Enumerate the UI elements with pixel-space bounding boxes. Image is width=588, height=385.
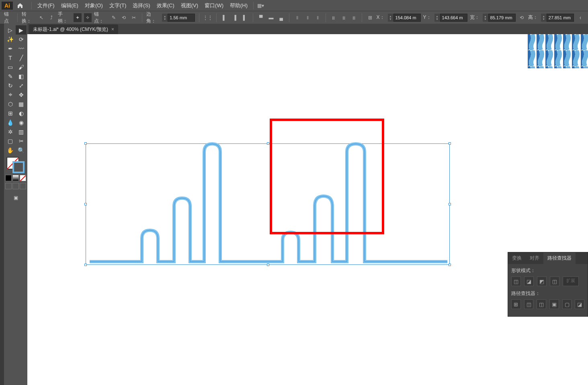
dist-h2-icon[interactable]: ⫴: [303, 13, 311, 22]
curvature-tool[interactable]: 〰: [16, 44, 27, 53]
link-wh-icon[interactable]: ⟲: [518, 13, 526, 22]
align-bottom-icon[interactable]: ▄: [277, 13, 285, 22]
fill-stroke-swatch[interactable]: [6, 157, 25, 173]
brush-tool[interactable]: 🖌: [16, 62, 27, 72]
shape-builder-tool[interactable]: ⬡: [5, 99, 16, 109]
draw-inside-icon[interactable]: [20, 183, 26, 189]
align-left-icon[interactable]: ▌: [221, 13, 228, 22]
w-input[interactable]: [488, 14, 516, 22]
unite-icon[interactable]: ◫: [511, 276, 521, 286]
align-hcenter-icon[interactable]: ▐: [231, 13, 238, 22]
transform-ref-icon[interactable]: ⊞: [366, 13, 374, 22]
y-input[interactable]: [440, 14, 467, 22]
home-icon[interactable]: [15, 1, 25, 10]
align-vcenter-icon[interactable]: ▬: [267, 13, 275, 22]
direct-select-tool[interactable]: ▶: [16, 25, 27, 35]
h-input[interactable]: [547, 14, 574, 22]
scale-tool[interactable]: ⤢: [16, 81, 27, 90]
lasso-tool[interactable]: ⟳: [16, 35, 27, 44]
mesh-tool[interactable]: ⊞: [5, 109, 16, 118]
gradient-tool[interactable]: ◐: [16, 109, 27, 118]
h-label: 高：: [528, 14, 538, 21]
minus-back-icon[interactable]: ◪: [575, 299, 584, 309]
workspace-icon[interactable]: ▦▾: [256, 1, 265, 10]
exclude-icon[interactable]: ◫: [550, 276, 559, 286]
color-mode-none-icon[interactable]: [20, 175, 26, 181]
align-dist-icon[interactable]: ⋮⋮: [203, 13, 212, 22]
perspective-tool[interactable]: ▦: [16, 99, 27, 109]
dist-v2-icon[interactable]: ⫼: [340, 13, 348, 22]
stroke-color-icon[interactable]: [12, 161, 25, 173]
rotate-tool[interactable]: ↻: [5, 81, 16, 90]
dist-v3-icon[interactable]: ⫼: [350, 13, 358, 22]
dist-v1-icon[interactable]: ⫼: [330, 13, 338, 22]
close-tab-icon[interactable]: ×: [111, 27, 114, 32]
menu-view[interactable]: 视图(V): [178, 0, 201, 11]
align-top-icon[interactable]: ▀: [257, 13, 265, 22]
menu-edit[interactable]: 编辑(E): [58, 0, 82, 11]
screen-mode-icon[interactable]: ▣: [11, 193, 20, 202]
canvas[interactable]: [27, 34, 588, 385]
constrain-icon[interactable]: ⫞: [576, 13, 584, 22]
line-tool[interactable]: ╱: [16, 53, 27, 62]
x-input[interactable]: [393, 14, 421, 22]
pen-tool[interactable]: ✒: [5, 44, 16, 53]
outline-icon[interactable]: ▢: [562, 299, 572, 309]
panel-tab-align[interactable]: 对齐: [526, 252, 543, 264]
corner-spin-icon[interactable]: ▲▼: [162, 14, 168, 22]
draw-behind-icon[interactable]: [12, 183, 19, 189]
menu-type[interactable]: 文字(T): [106, 0, 130, 11]
panel-tab-transform[interactable]: 变换: [508, 252, 526, 264]
menu-effect[interactable]: 效果(C): [154, 0, 178, 11]
type-tool[interactable]: T: [5, 53, 16, 62]
panel-tab-pathfinder[interactable]: 路径查找器: [543, 252, 576, 264]
dist-h3-icon[interactable]: ⫴: [314, 13, 322, 22]
intersect-icon[interactable]: ◩: [537, 276, 547, 286]
symbol-tool[interactable]: ✲: [5, 127, 16, 136]
align-right-icon[interactable]: ▌: [241, 13, 248, 22]
trim-icon[interactable]: ◫: [524, 299, 534, 309]
rect-tool[interactable]: ▭: [5, 62, 16, 72]
minus-front-icon[interactable]: ◪: [524, 276, 534, 286]
handle-label: 手柄：: [58, 11, 70, 25]
slice-tool[interactable]: ✂: [16, 136, 27, 145]
red-annotation-box: [270, 119, 384, 234]
menu-window[interactable]: 窗口(W): [201, 0, 227, 11]
hand-tool[interactable]: ✋: [5, 145, 16, 155]
tabbar: 未标题-1.ai* @ 400% (CMYK/预览) ×: [27, 24, 588, 34]
menu-select[interactable]: 选择(S): [129, 0, 153, 11]
convert-smooth-icon[interactable]: ⤴: [48, 13, 55, 22]
eyedropper-tool[interactable]: 💧: [5, 118, 16, 127]
corner-input[interactable]: [168, 14, 195, 22]
width-tool[interactable]: ⫩: [5, 90, 16, 99]
anchor-remove-icon[interactable]: ✎: [110, 13, 117, 22]
blend-tool[interactable]: ◉: [16, 118, 27, 127]
merge-icon[interactable]: ◫: [537, 299, 546, 309]
document-tab[interactable]: 未标题-1.ai* @ 400% (CMYK/预览) ×: [29, 25, 118, 34]
eraser-tool[interactable]: ◧: [16, 72, 27, 81]
dist-h1-icon[interactable]: ⫴: [293, 13, 301, 22]
crop-icon[interactable]: ▣: [549, 299, 559, 309]
handle-hide-icon[interactable]: ✧: [84, 13, 92, 22]
selection-tool[interactable]: ▷: [5, 25, 16, 35]
anchor-cut-icon[interactable]: ✂: [130, 13, 138, 22]
expand-button[interactable]: 扩展: [563, 276, 579, 286]
left-panel-strip[interactable]: [0, 24, 4, 385]
divide-icon[interactable]: ⊞: [511, 299, 521, 309]
menu-file[interactable]: 文件(F): [34, 0, 58, 11]
graph-tool[interactable]: ▥: [16, 127, 27, 136]
zoom-tool[interactable]: 🔍: [16, 145, 27, 155]
menu-help[interactable]: 帮助(H): [227, 0, 251, 11]
convert-corner-icon[interactable]: ↖: [37, 13, 45, 22]
shaper-tool[interactable]: ✎: [5, 72, 16, 81]
color-mode-solid-icon[interactable]: [5, 175, 12, 181]
color-mode-gradient-icon[interactable]: [12, 175, 19, 181]
free-transform-tool[interactable]: ✥: [16, 90, 27, 99]
menu-object[interactable]: 对象(O): [82, 0, 106, 11]
artwork-path[interactable]: [86, 142, 451, 266]
draw-normal-icon[interactable]: [5, 183, 12, 189]
handle-show-icon[interactable]: ✦: [74, 13, 81, 22]
artboard-tool[interactable]: ▢: [5, 136, 16, 145]
anchor-connect-icon[interactable]: ⟲: [120, 13, 127, 22]
magic-wand-tool[interactable]: ✨: [5, 35, 16, 44]
